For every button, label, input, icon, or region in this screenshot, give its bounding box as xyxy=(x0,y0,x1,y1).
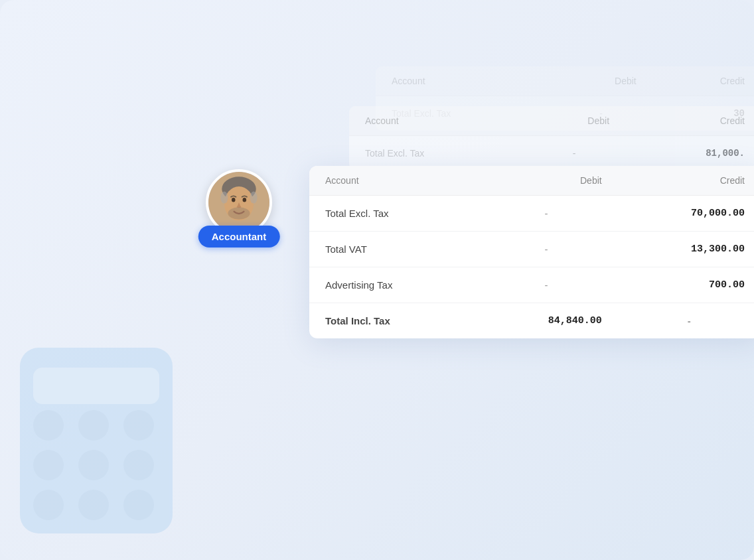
calculator-icon xyxy=(20,348,173,533)
table-row-total: Total Incl. Tax 84,840.00 - xyxy=(309,303,754,339)
avatar-container: Accountant xyxy=(206,169,272,236)
row1-account: Total Excl. Tax xyxy=(309,196,475,232)
calculator-screen xyxy=(33,368,159,404)
main-col-account: Account xyxy=(309,166,475,196)
main-col-credit: Credit xyxy=(618,166,754,196)
row3-credit: 700.00 xyxy=(618,267,754,303)
ghost2-col-debit: Debit xyxy=(523,106,625,136)
table-row: Advertising Tax - 700.00 xyxy=(309,267,754,303)
row1-debit: - xyxy=(475,196,617,232)
scene: Account Debit Credit Total Excl. Tax - 3… xyxy=(0,0,754,560)
svg-point-6 xyxy=(220,191,228,203)
table-row: Total VAT - 13,300.00 xyxy=(309,232,754,267)
row3-debit: - xyxy=(475,267,617,303)
svg-point-5 xyxy=(228,207,250,219)
svg-point-3 xyxy=(232,198,236,202)
svg-point-7 xyxy=(250,191,258,203)
calculator-buttons xyxy=(33,410,159,520)
ghost2-col-credit: Credit xyxy=(625,106,754,136)
main-col-debit: Debit xyxy=(475,166,617,196)
ghost2-col-account: Account xyxy=(349,106,523,136)
row4-account: Total Incl. Tax xyxy=(309,303,475,339)
ghost1-col-account: Account xyxy=(376,66,550,96)
main-table: Account Debit Credit Total Excl. Tax - 7… xyxy=(309,166,754,338)
row4-credit: - xyxy=(618,303,754,339)
ghost1-col-credit: Credit xyxy=(652,66,754,96)
ghost-table-2: Account Debit Credit Total Excl. Tax - 8… xyxy=(349,106,754,171)
svg-point-4 xyxy=(243,198,247,202)
row2-credit: 13,300.00 xyxy=(618,232,754,267)
ghost1-col-debit: Debit xyxy=(550,66,652,96)
accountant-badge: Accountant xyxy=(198,226,280,247)
row2-debit: - xyxy=(475,232,617,267)
row3-account: Advertising Tax xyxy=(309,267,475,303)
row2-account: Total VAT xyxy=(309,232,475,267)
main-table-wrapper: Account Debit Credit Total Excl. Tax - 7… xyxy=(309,166,754,338)
table-row: Total Excl. Tax - 70,000.00 xyxy=(309,196,754,232)
row4-debit: 84,840.00 xyxy=(475,303,617,339)
row1-credit: 70,000.00 xyxy=(618,196,754,232)
